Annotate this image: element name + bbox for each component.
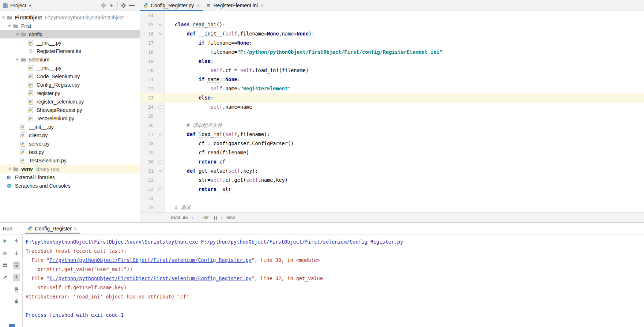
breadcrumb-item-init[interactable]: __init__()	[196, 215, 218, 220]
fold-marker-icon[interactable]	[156, 166, 165, 176]
line-number[interactable]: 30	[140, 157, 156, 166]
locate-button[interactable]	[99, 1, 108, 10]
code-line-33[interactable]: 33 return str	[140, 185, 644, 194]
chevron-expanded-icon[interactable]	[14, 31, 20, 38]
chevron-expanded-icon[interactable]	[6, 23, 13, 29]
tree-item-config[interactable]: config	[0, 30, 140, 38]
tree-item-code-selenium-py[interactable]: Code_Selenium.py	[0, 72, 140, 80]
code-line-21[interactable]: 21 if name==None:	[140, 75, 644, 84]
tree-item-selenium[interactable]: selenium	[0, 55, 140, 64]
line-number[interactable]: 24	[140, 102, 156, 112]
line-number[interactable]: 14	[140, 11, 156, 20]
tree-item-init-py[interactable]: __init__.py	[0, 64, 140, 72]
code-line-24[interactable]: 24 self.name=name	[140, 102, 644, 112]
tree-item-testselenium-py[interactable]: TestSelenium.py	[0, 156, 140, 165]
code-line-16[interactable]: 16 def __init__(self,filename=None,name=…	[140, 29, 644, 38]
tree-item-scratches-and-consoles[interactable]: Scratches and Consoles	[0, 181, 140, 190]
breadcrumb-item-read-ini[interactable]: read_ini	[170, 215, 188, 220]
project-toolwindow-icon[interactable]	[3, 3, 8, 8]
settings-button[interactable]	[120, 1, 128, 10]
tree-item-config-register-py[interactable]: Config_Register.py	[0, 80, 140, 89]
code-line-20[interactable]: 20 self.cf = self.load_ini(filename)	[140, 66, 644, 75]
tree-item-venv[interactable]: venvlibrary root	[0, 165, 140, 173]
tree-item-firstobject[interactable]: FirstObjectF:\python\pythonObject\FirstO…	[0, 13, 140, 22]
code-line-27[interactable]: 27 def load_ini(self,filename):	[140, 130, 644, 139]
tree-item-client-py[interactable]: client.py	[0, 131, 140, 139]
line-number[interactable]: 32	[140, 176, 156, 185]
fold-marker-icon[interactable]	[156, 157, 165, 166]
traceback-file-link[interactable]: F:/python/pythonObject/FirstObject/First…	[49, 257, 252, 263]
code-line-25[interactable]: 25	[140, 112, 644, 121]
chevron-collapsed-icon[interactable]	[6, 166, 13, 172]
line-number[interactable]: 19	[140, 57, 156, 66]
line-number[interactable]: 21	[140, 75, 156, 84]
up-button[interactable]	[13, 237, 20, 245]
restore-layout-button[interactable]	[1, 262, 9, 269]
code-line-30[interactable]: 30 return cf	[140, 157, 644, 166]
line-number[interactable]: 29	[140, 148, 156, 157]
line-number[interactable]: 20	[140, 66, 156, 75]
print-button[interactable]	[13, 286, 20, 293]
tab-close-icon[interactable]: ×	[261, 3, 264, 8]
breadcrumb-item-else[interactable]: else	[226, 215, 236, 220]
code-line-14[interactable]: 14	[140, 11, 644, 20]
code-line-19[interactable]: 19 else:	[140, 57, 644, 66]
fold-marker-icon[interactable]	[156, 102, 165, 112]
stop-button[interactable]	[1, 249, 9, 257]
code-line-26[interactable]: 26 # 读取配置文件	[140, 121, 644, 130]
code-line-15[interactable]: 15class read_ini():	[140, 20, 644, 29]
line-number[interactable]: 15	[140, 20, 156, 29]
line-number[interactable]: 34	[140, 194, 156, 203]
code-line-31[interactable]: 31 def get_value(self,key):	[140, 166, 644, 176]
rerun-button[interactable]	[1, 237, 9, 245]
soft-wrap-button[interactable]	[13, 262, 20, 269]
down-button[interactable]	[13, 249, 20, 257]
tree-item-register-selenium-py[interactable]: register_selenium.py	[0, 97, 140, 106]
code-editor[interactable]: 1415class read_ini():16 def __init__(sel…	[140, 11, 644, 222]
tree-item-showapirequest-py[interactable]: ShowapiRequest.py	[0, 106, 140, 114]
tree-item-register-py[interactable]: register.py	[0, 89, 140, 97]
line-number[interactable]: 31	[140, 166, 156, 176]
tree-item-test-py[interactable]: test.py	[0, 148, 140, 156]
code-line-18[interactable]: 18 filename="F:/python/pythonObject/Firs…	[140, 48, 644, 57]
line-number[interactable]: 33	[140, 185, 156, 194]
editor-tab-registerelement-ini[interactable]: RegisterElement.ini×	[203, 0, 267, 11]
project-tree[interactable]: FirstObjectF:\python\pythonObject\FirstO…	[0, 11, 140, 222]
code-line-35[interactable]: 35# 测试	[140, 203, 644, 212]
chevron-expanded-icon[interactable]	[0, 14, 7, 21]
code-line-23[interactable]: 23 else:	[140, 93, 644, 102]
code-line-28[interactable]: 28 cf = configparser.ConfigParser()	[140, 139, 644, 148]
chevron-down-icon[interactable]	[29, 5, 31, 7]
tab-close-icon[interactable]: ×	[74, 226, 77, 232]
tree-item-init-py[interactable]: __init__.py	[0, 38, 140, 47]
traceback-file-link[interactable]: F:/python/pythonObject/FirstObject/First…	[49, 275, 252, 281]
code-line-34[interactable]: 34	[140, 194, 644, 203]
fold-marker-icon[interactable]	[156, 20, 165, 29]
line-number[interactable]: 35	[140, 203, 156, 212]
project-panel-title[interactable]: Project	[10, 3, 26, 8]
tab-close-icon[interactable]: ×	[197, 3, 200, 8]
fold-marker-icon[interactable]	[156, 130, 165, 139]
line-number[interactable]: 28	[140, 139, 156, 148]
fold-marker-icon[interactable]	[156, 185, 165, 194]
fold-marker-icon[interactable]	[156, 29, 165, 38]
line-number[interactable]: 27	[140, 130, 156, 139]
code-line-17[interactable]: 17 if filename==None:	[140, 38, 644, 48]
hide-button[interactable]: —	[128, 1, 136, 10]
clear-button[interactable]	[13, 298, 20, 305]
code-area[interactable]: 1415class read_ini():16 def __init__(sel…	[140, 11, 644, 212]
line-number[interactable]: 23	[140, 93, 156, 102]
line-number[interactable]: 25	[140, 112, 156, 121]
run-console[interactable]: F:\python\pythonObject\FirstObject\venv\…	[23, 234, 644, 327]
line-number[interactable]: 18	[140, 48, 156, 57]
editor-tab-config-register-py[interactable]: Config_Register.py×	[140, 0, 203, 11]
code-line-32[interactable]: 32 str=self.cf.get(self.name,key)	[140, 176, 644, 185]
tree-item-testselenium-py[interactable]: TestSelenium.py	[0, 114, 140, 123]
scroll-to-end-button[interactable]	[13, 274, 20, 281]
tree-item-registerelement-ini[interactable]: RegisterElement.ini	[0, 47, 140, 55]
line-number[interactable]: 17	[140, 38, 156, 48]
pin-button[interactable]	[1, 274, 9, 281]
tree-item-init-py[interactable]: __init__.py	[0, 123, 140, 131]
line-number[interactable]: 22	[140, 84, 156, 93]
tree-item-external-libraries[interactable]: External Libraries	[0, 173, 140, 181]
